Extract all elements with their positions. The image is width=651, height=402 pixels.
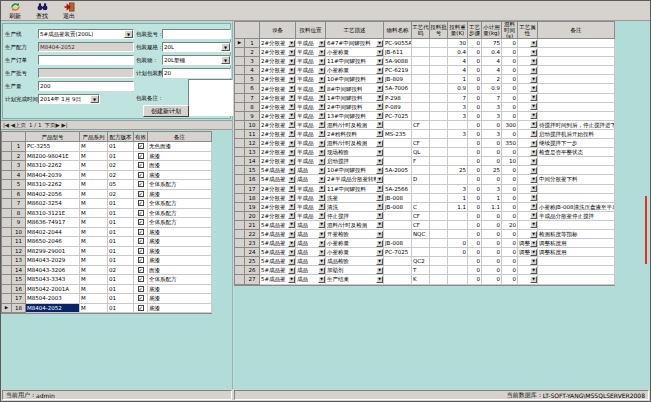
table-row[interactable]: 13M84043-2029M01✓底漆 — [2, 256, 211, 266]
dropdown-button[interactable]: ▼ — [318, 249, 325, 256]
process-note-cell[interactable] — [538, 66, 615, 75]
feed-batch-cell[interactable] — [430, 75, 448, 84]
valid-checkbox[interactable]: ✓ — [138, 143, 144, 149]
device-select[interactable]: 5#成品釜▼ — [260, 239, 296, 248]
process-desc-select[interactable]: 6#7#中间罐投料▼ — [326, 39, 384, 48]
process-step-cell[interactable]: 0 — [468, 48, 482, 57]
mix-time-cell[interactable]: 10 — [502, 157, 518, 166]
table-row[interactable]: 1PC-3255M01✓无色面漆 — [2, 142, 211, 152]
mix-time-cell[interactable]: 0 — [502, 257, 518, 266]
feed-weight-cell[interactable]: 25 — [448, 166, 468, 175]
recipe-note-cell[interactable]: 底漆 — [148, 247, 212, 257]
product-series-cell[interactable]: M — [80, 199, 108, 209]
process-attr-select[interactable]: ▼ — [518, 84, 538, 93]
dropdown-button[interactable]: ▼ — [530, 221, 537, 228]
feed-weight-cell[interactable] — [448, 148, 468, 157]
dropdown-button[interactable]: ▼ — [530, 85, 537, 92]
mix-time-cell[interactable]: 0 — [502, 48, 518, 57]
valid-checkbox[interactable]: ✓ — [138, 219, 144, 225]
valid-cell[interactable]: ✓ — [134, 304, 148, 314]
valid-cell[interactable]: ✓ — [134, 266, 148, 276]
dropdown-button[interactable]: ▼ — [288, 40, 295, 47]
dropdown-button[interactable]: ▼ — [530, 249, 537, 256]
dropdown-button[interactable]: ▼ — [376, 240, 383, 247]
feed-batch-cell[interactable] — [430, 84, 448, 93]
recipe-note-cell[interactable]: 面漆 — [148, 161, 212, 171]
device-select[interactable]: 2#分散釜▼ — [260, 148, 296, 157]
valid-checkbox[interactable]: ✓ — [138, 257, 144, 263]
mix-time-cell[interactable]: 0 — [502, 66, 518, 75]
product-series-cell[interactable]: M — [80, 294, 108, 304]
process-desc-select[interactable]: 13#中间罐投料▼ — [326, 112, 384, 121]
row-number-cell[interactable]: 13 — [245, 148, 260, 157]
recipe-note-cell[interactable]: 底漆 — [148, 228, 212, 238]
dropdown-button[interactable]: ▼ — [530, 112, 537, 119]
valid-checkbox[interactable]: ✓ — [138, 162, 144, 168]
mix-time-cell[interactable]: 0 — [502, 239, 518, 248]
dropdown-button[interactable]: ▼ — [376, 167, 383, 174]
dropdown-button[interactable]: ▼ — [530, 67, 537, 74]
process-note-cell[interactable] — [538, 48, 615, 57]
dropdown-button[interactable]: ▼ — [530, 176, 537, 183]
process-desc-select[interactable]: 停止搅拌▼ — [326, 212, 384, 221]
process-note-cell[interactable]: 调整粘度用 — [538, 239, 615, 248]
feed-batch-cell[interactable] — [430, 112, 448, 121]
dropdown-button[interactable]: ▼ — [376, 67, 383, 74]
subtotal-cell[interactable]: 0 — [482, 239, 502, 248]
feed-batch-cell[interactable] — [430, 175, 448, 184]
material-name-cell[interactable]: JB-008 — [384, 239, 412, 248]
subtotal-cell[interactable]: 0 — [482, 121, 502, 130]
process-step-cell[interactable]: 0 — [468, 175, 482, 184]
subtotal-cell[interactable]: 4 — [482, 57, 502, 66]
process-note-cell[interactable] — [538, 257, 615, 266]
mix-time-cell[interactable]: 0 — [502, 212, 518, 221]
feed-batch-cell[interactable] — [430, 221, 448, 230]
material-name-cell[interactable] — [384, 157, 412, 166]
dropdown-button[interactable]: ▼ — [318, 276, 325, 283]
dropdown-button[interactable]: ▼ — [318, 194, 325, 201]
table-row[interactable]: 16M85042-2001AM01✓底漆 — [2, 285, 211, 295]
product-model-cell[interactable]: M8504-2003 — [26, 294, 80, 304]
process-code-cell[interactable] — [412, 39, 430, 48]
feed-batch-cell[interactable] — [430, 230, 448, 239]
table-row[interactable]: 275#成品釜▼成品▼生产结束▼K000▼ — [235, 275, 614, 284]
product-model-cell[interactable]: M8310-2262 — [26, 161, 80, 171]
feed-batch-cell[interactable] — [430, 139, 448, 148]
process-code-cell[interactable]: F — [412, 157, 430, 166]
feed-batch-cell[interactable] — [430, 166, 448, 175]
feed-position-select[interactable]: 成品▼ — [296, 221, 326, 230]
product-model-cell[interactable]: M8650-2046 — [26, 237, 80, 247]
process-attr-select[interactable]: ▼ — [518, 230, 538, 239]
dropdown-button[interactable]: ▼ — [318, 140, 325, 147]
dropdown-button[interactable]: ▼ — [376, 40, 383, 47]
material-name-cell[interactable]: PC-9055A — [384, 39, 412, 48]
dropdown-button[interactable]: ▼ — [376, 112, 383, 119]
device-select[interactable]: 2#分散釜▼ — [260, 84, 296, 93]
process-desc-select[interactable]: 10#中间罐投料▼ — [326, 75, 384, 84]
material-name-cell[interactable]: JB-809 — [384, 75, 412, 84]
mix-time-cell[interactable]: 0 — [502, 185, 518, 194]
process-note-cell[interactable] — [538, 57, 615, 66]
row-number-cell[interactable]: 18 — [245, 194, 260, 203]
row-number-cell[interactable]: 3 — [245, 57, 260, 66]
feed-weight-cell[interactable] — [448, 221, 468, 230]
process-step-cell[interactable]: 0 — [468, 230, 482, 239]
product-model-cell[interactable]: M8402-2056 — [26, 190, 80, 200]
row-number-cell[interactable]: 1 — [12, 142, 26, 152]
recipe-version-cell[interactable]: 02 — [108, 161, 134, 171]
device-select[interactable]: 2#分散釜▼ — [260, 185, 296, 194]
process-step-cell[interactable]: 0 — [468, 121, 482, 130]
recipe-version-cell[interactable]: 01 — [108, 228, 134, 238]
process-step-cell[interactable]: 0 — [468, 139, 482, 148]
dropdown-button[interactable]: ▼ — [530, 121, 537, 128]
material-name-cell[interactable] — [384, 148, 412, 157]
process-note-cell[interactable] — [538, 157, 615, 166]
process-desc-select[interactable]: 开釜检验▼ — [326, 230, 384, 239]
row-number-cell[interactable]: 4 — [245, 66, 260, 75]
feed-position-select[interactable]: 成品▼ — [296, 239, 326, 248]
process-code-cell[interactable] — [412, 185, 430, 194]
mix-time-cell[interactable]: 0 — [502, 94, 518, 103]
recipe-note-cell[interactable]: 无色面漆 — [148, 142, 212, 152]
dropdown-button[interactable]: ▼ — [318, 212, 325, 219]
dropdown-button[interactable]: ▼ — [376, 85, 383, 92]
